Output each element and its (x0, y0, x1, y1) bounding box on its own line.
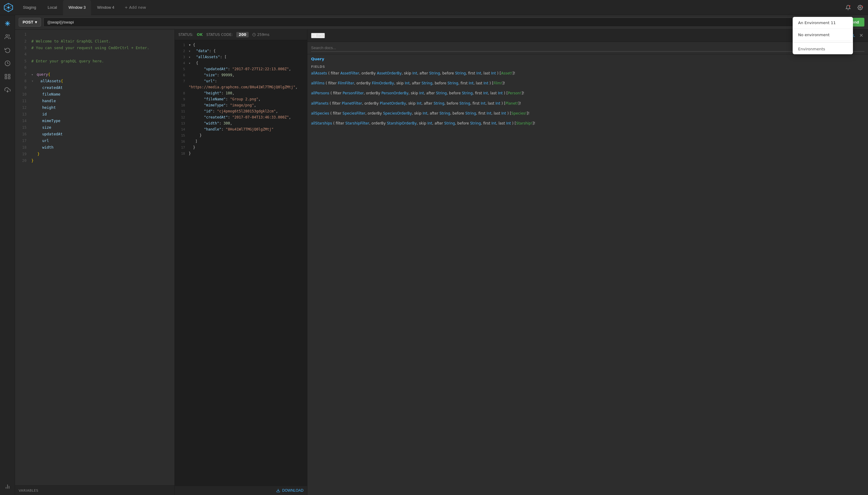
tab-window4[interactable]: Window 4 (92, 0, 120, 15)
response-time: 259ms (252, 33, 270, 37)
topbar: Staging Local Window 3 Window 4 + Add ne… (0, 0, 868, 15)
env-item-no-env[interactable]: No environment (793, 29, 853, 41)
sidebar-item-tools[interactable] (2, 71, 13, 82)
env-dropdown: An Environment 11 No environment Environ… (793, 17, 853, 54)
docs-field-name[interactable]: allAssets (311, 71, 327, 75)
resp-line: 1 ▾ { (175, 42, 307, 49)
status-label: STATUS: (178, 33, 193, 37)
response-header: STATUS: OK STATUS CODE: 200 259ms (175, 30, 307, 40)
sidebar-item-people[interactable] (2, 31, 13, 42)
docs-fields-list: allAssets ( filter AssetFilter, orderBy … (308, 70, 868, 495)
response-footer: DOWNLOAD (175, 486, 307, 495)
editor-line: 14 mimeType (15, 118, 174, 125)
svg-rect-16 (8, 77, 10, 79)
resp-line: 3 ▾ "allAssets": [ (175, 54, 307, 61)
resp-line: "https://media.graphcms.com/8Hu41Wl7TMGj… (175, 85, 307, 91)
sidebar-item-download[interactable] (2, 84, 13, 95)
query-editor: 1 2 # Welcome to Altair GraphQL Client. … (15, 30, 175, 495)
docs-field-allFilms: allFilms ( filter FilmFilter, orderBy Fi… (311, 81, 864, 86)
docs-panel: ← Back Export SDL ✕ Query FIELDS allAsse… (308, 30, 868, 495)
editor-line: 1 (15, 32, 174, 39)
editor-line: 17 url (15, 138, 174, 145)
settings-button[interactable]: ▸ (856, 3, 865, 12)
docs-query-link[interactable]: Query (308, 54, 868, 64)
resp-line: 6 "size": 99999, (175, 73, 307, 79)
svg-point-6 (860, 7, 861, 8)
tab-local[interactable]: Local (42, 0, 63, 15)
editor-line: 3 # You can send your request using CmdO… (15, 45, 174, 52)
docs-close-button[interactable]: ✕ (858, 32, 864, 39)
resp-line: 17 } (175, 145, 307, 151)
docs-header: ← Back Export SDL ✕ (308, 30, 868, 42)
editor-line: 6 (15, 65, 174, 72)
resp-line: 7 "url": (175, 79, 307, 85)
docs-search (308, 42, 868, 54)
add-tab-button[interactable]: + Add new (120, 0, 150, 15)
sidebar-item-snowflake[interactable] (2, 18, 13, 29)
docs-field-allPersons: allPersons ( filter PersonFilter, orderB… (311, 90, 864, 96)
editor-line: 8 ▾ allAssets{ (15, 79, 174, 85)
svg-point-12 (6, 35, 8, 37)
svg-point-4 (7, 7, 9, 8)
docs-search-input[interactable] (311, 44, 864, 52)
status-code-label: STATUS CODE: (206, 33, 233, 37)
svg-rect-14 (5, 74, 7, 76)
notifications-button[interactable] (844, 3, 853, 12)
svg-point-11 (7, 23, 8, 24)
resp-line: 8 "height": 100, (175, 91, 307, 97)
request-bar: POST ▾ Send (15, 15, 868, 30)
editor-line: 2 # Welcome to Altair GraphQL Client. (15, 39, 174, 45)
download-button[interactable]: DOWNLOAD (276, 488, 303, 493)
query-editor-content[interactable]: 1 2 # Welcome to Altair GraphQL Client. … (15, 30, 174, 485)
content-area: POST ▾ Send (15, 15, 868, 495)
svg-rect-15 (8, 74, 10, 76)
editor-line: 15 size (15, 125, 174, 132)
resp-line: 2 ▾ "data": { (175, 49, 307, 54)
resp-line: 4 ▾ { (175, 61, 307, 67)
resp-line: 9 "fileName": "Group 2.png", (175, 97, 307, 103)
resp-line: 5 "updatedAt": "2017-07-27T12:22:13.000Z… (175, 67, 307, 73)
docs-field-allStarships: allStarships ( filter StarshipFilter, or… (311, 121, 864, 126)
tab-window3[interactable]: Window 3 (63, 0, 91, 15)
editor-line: 19 } (15, 151, 174, 158)
chevron-down-icon: ▾ (35, 20, 37, 24)
editors-row: 1 2 # Welcome to Altair GraphQL Client. … (15, 30, 868, 495)
variables-label[interactable]: VARIABLES (19, 489, 38, 493)
editor-line: 4 (15, 52, 174, 58)
editor-line: 16 updatedAt (15, 132, 174, 138)
docs-field-allPlanets: allPlanets ( filter PlanetFilter, orderB… (311, 101, 864, 106)
docs-field-name[interactable]: allFilms (311, 81, 325, 85)
sidebar-item-chart[interactable] (2, 481, 13, 492)
topbar-right: ▸ (844, 3, 865, 12)
docs-field-name[interactable]: allSpecies (311, 111, 329, 116)
sidebar (0, 15, 15, 495)
resp-line: 15 } (175, 133, 307, 139)
resp-line: 18 } (175, 151, 307, 157)
editor-line: 13 id (15, 112, 174, 118)
resp-line: 13 "width": 300, (175, 121, 307, 127)
app-logo (3, 2, 14, 13)
resp-line: 10 "mimeType": "image/png", (175, 103, 307, 109)
tab-staging[interactable]: Staging (17, 0, 41, 15)
docs-field-name[interactable]: allPersons (311, 91, 329, 95)
docs-field-name[interactable]: allPlanets (311, 101, 329, 105)
docs-field-allAssets: allAssets ( filter AssetFilter, orderBy … (311, 70, 864, 76)
svg-rect-17 (5, 77, 7, 79)
docs-field-name[interactable]: allStarships (311, 121, 332, 125)
svg-point-5 (849, 5, 851, 7)
resp-line: 14 "handle": "8Hu41Wl7TMGjQ0lgZMtj" (175, 127, 307, 133)
env-item-env11[interactable]: An Environment 11 (793, 17, 853, 29)
editor-line: 7 ▾ query{ (15, 72, 174, 79)
main-layout: POST ▾ Send (0, 15, 868, 495)
method-selector[interactable]: POST ▾ (19, 18, 41, 27)
url-input[interactable] (44, 17, 821, 27)
editor-line: 9 createdAt (15, 85, 174, 92)
resp-line: 12 "createdAt": "2017-07-04T13:46:33.000… (175, 115, 307, 121)
docs-back-button[interactable]: ← Back (311, 33, 325, 38)
env-environments-link[interactable]: Environments (793, 44, 853, 54)
sidebar-item-history[interactable] (2, 58, 13, 69)
tab-list: Staging Local Window 3 Window 4 + Add ne… (17, 0, 844, 15)
response-content[interactable]: 1 ▾ { 2 ▾ "data": { 3 ▾ "allAssets": [ 4… (175, 40, 307, 486)
editor-line: 10 fileName (15, 92, 174, 98)
sidebar-item-refresh[interactable] (2, 45, 13, 55)
